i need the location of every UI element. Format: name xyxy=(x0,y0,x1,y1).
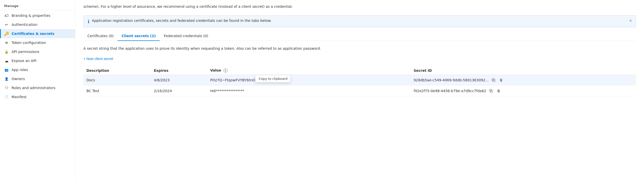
sidebar-item-branding[interactable]: 🏷 Branding & properties xyxy=(0,11,75,20)
copy-secretid-bctest-button[interactable] xyxy=(488,88,494,94)
secrets-description: A secret string that the application use… xyxy=(83,46,636,51)
sidebar-item-api[interactable]: 🔒 API permissions xyxy=(0,47,75,56)
sidebar-item-label-token: Token configuration xyxy=(12,41,46,45)
col-header-value: Value i xyxy=(207,66,411,75)
cell-description-bctest: BC Test xyxy=(83,86,151,96)
api-icon: 🔒 xyxy=(4,49,9,54)
secrets-table-container: Description Expires Value i Secret ID Do… xyxy=(83,66,636,96)
sidebar-item-label-expose: Expose an API xyxy=(12,59,36,63)
info-banner: ℹ Application registration certificates,… xyxy=(83,15,636,27)
tab-certificates[interactable]: Certificates (0) xyxy=(83,31,118,41)
approles-icon: 👥 xyxy=(4,67,9,72)
docs-actions: 928db5ae-c549-4069-9ddb-5801363092... xyxy=(414,77,633,83)
cell-value-docs: POz7Q~FtqowFVYBY6tnOkLs.Bgnc.bom-... Cop… xyxy=(207,75,411,86)
sidebar-item-label-certificates: Certificates & secrets xyxy=(12,32,54,36)
value-info-icon[interactable]: i xyxy=(224,69,228,73)
sidebar-item-owners[interactable]: 👤 Owners xyxy=(0,74,75,83)
token-icon: ⚙ xyxy=(4,40,9,45)
sidebar-item-label-authentication: Authentication xyxy=(12,23,37,27)
manifest-icon: 📄 xyxy=(4,94,9,99)
tab-federated[interactable]: Federated credentials (0) xyxy=(160,31,212,41)
secrets-table: Description Expires Value i Secret ID Do… xyxy=(83,66,636,96)
table-header-row: Description Expires Value i Secret ID xyxy=(83,66,636,75)
info-icon: ℹ xyxy=(88,19,89,24)
table-row: Docs 4/8/2023 POz7Q~FtqowFVYBY6tnOkLs.Bg… xyxy=(83,75,636,86)
sidebar-item-label-api: API permissions xyxy=(12,50,39,54)
cell-expires-bctest: 2/16/2024 xyxy=(151,86,207,96)
bctest-actions: f42e2f75-0e98-4456-b79e-a7d9cc7fda62 xyxy=(414,88,633,94)
roles-icon: 🛡 xyxy=(4,85,9,90)
banner-text: Application registration certificates, s… xyxy=(92,19,627,23)
cell-description-docs: Docs xyxy=(83,75,151,86)
owners-icon: 👤 xyxy=(4,76,9,81)
add-client-secret-button[interactable]: + New client secret xyxy=(83,55,113,62)
expose-icon: ☁ xyxy=(4,58,9,63)
delete-docs-button[interactable] xyxy=(498,77,504,83)
cell-value-bctest: Hdi**************** xyxy=(207,86,411,96)
sidebar-item-label-approles: App roles xyxy=(12,68,28,72)
copy-to-clipboard-tooltip: Copy to clipboard xyxy=(255,75,291,82)
copy-secretid-icon xyxy=(492,78,496,82)
delete-icon xyxy=(499,78,503,82)
svg-rect-3 xyxy=(492,79,494,81)
sidebar-divider xyxy=(0,10,75,10)
copy-secretid-docs-button[interactable] xyxy=(491,77,496,83)
value-cell-bctest: Hdi**************** xyxy=(210,89,408,93)
table-row: BC Test 2/16/2024 Hdi**************** f4… xyxy=(83,86,636,96)
banner-close-button[interactable]: × xyxy=(629,19,632,23)
sidebar-section-manage: Manage xyxy=(0,2,75,9)
sidebar-item-authentication[interactable]: ↩ Authentication xyxy=(0,20,75,29)
top-text: scheme). For a higher level of assurance… xyxy=(83,0,636,11)
svg-rect-5 xyxy=(490,89,492,91)
sidebar-item-label-roles: Roles and administrators xyxy=(12,86,56,90)
sidebar-item-label-owners: Owners xyxy=(12,77,25,81)
col-header-description: Description xyxy=(83,66,151,75)
sidebar-item-manifest[interactable]: 📄 Manifest xyxy=(0,92,75,101)
tab-client-secrets[interactable]: Client secrets (2) xyxy=(118,31,160,41)
secret-id-bctest-text: f42e2f75-0e98-4456-b79e-a7d9cc7fda62 xyxy=(414,89,486,93)
sidebar: Manage 🏷 Branding & properties ↩ Authent… xyxy=(0,0,75,181)
branding-icon: 🏷 xyxy=(4,13,9,18)
value-text-bctest: Hdi**************** xyxy=(210,89,244,93)
cell-expires-docs: 4/8/2023 xyxy=(151,75,207,86)
sidebar-item-label-manifest: Manifest xyxy=(12,95,27,99)
certificates-icon: 🔑 xyxy=(4,31,9,36)
copy-secretid-bctest-icon xyxy=(489,89,493,93)
sidebar-item-roles[interactable]: 🛡 Roles and administrators xyxy=(0,83,75,92)
cell-secretid-bctest: f42e2f75-0e98-4456-b79e-a7d9cc7fda62 xyxy=(411,86,636,96)
cell-secretid-docs: 928db5ae-c549-4069-9ddb-5801363092... xyxy=(411,75,636,86)
sidebar-item-approles[interactable]: 👥 App roles xyxy=(0,65,75,74)
col-header-secret-id: Secret ID xyxy=(411,66,636,75)
secret-id-docs-text: 928db5ae-c549-4069-9ddb-5801363092... xyxy=(414,78,489,82)
main-content: scheme). For a higher level of assurance… xyxy=(75,0,644,181)
col-header-expires: Expires xyxy=(151,66,207,75)
tabs-container: Certificates (0) Client secrets (2) Fede… xyxy=(83,31,636,41)
delete-bctest-icon xyxy=(497,89,501,93)
sidebar-item-token[interactable]: ⚙ Token configuration xyxy=(0,38,75,47)
sidebar-item-certificates[interactable]: 🔑 Certificates & secrets xyxy=(0,29,75,38)
sidebar-item-label-branding: Branding & properties xyxy=(12,14,50,18)
delete-bctest-button[interactable] xyxy=(496,88,501,94)
authentication-icon: ↩ xyxy=(4,22,9,27)
sidebar-item-expose[interactable]: ☁ Expose an API xyxy=(0,56,75,65)
value-cell-docs: POz7Q~FtqowFVYBY6tnOkLs.Bgnc.bom-... Cop… xyxy=(210,78,408,83)
